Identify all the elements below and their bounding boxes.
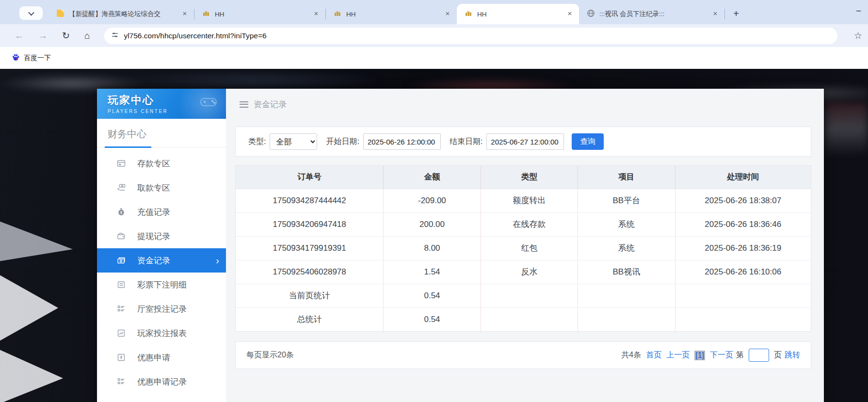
page-header: 资金记录 <box>226 89 824 120</box>
sidebar-item-label: 存款专区 <box>137 158 170 169</box>
sidebar-header: 玩家中心 PLAYERS CENTER <box>97 89 226 119</box>
close-icon[interactable]: × <box>443 10 452 18</box>
cell-amount: -209.00 <box>384 189 481 212</box>
home-icon[interactable]: ⌂ <box>84 31 90 41</box>
cell-amount: 0.54 <box>384 307 481 331</box>
reload-icon[interactable]: ↻ <box>62 30 70 41</box>
cell-project: 系统 <box>578 236 675 260</box>
tab-title: :::视讯 会员下注纪录::: <box>599 10 707 18</box>
sidebar-item-promo-apply-record[interactable]: 优惠申请记录 <box>97 370 226 394</box>
tab-title: HH <box>346 11 439 18</box>
site-info-icon[interactable] <box>111 31 119 41</box>
col-header-time: 处理时间 <box>675 166 811 189</box>
sidebar-item-withdrawal-record[interactable]: 提现记录 <box>97 224 226 248</box>
forward-icon[interactable]: → <box>38 31 48 41</box>
bookmarks-bar: 百度一下 <box>0 47 868 69</box>
minimize-button[interactable]: − <box>856 6 861 16</box>
col-header-type: 类型 <box>481 166 578 189</box>
table-row: 1750925406028978 1.54 反水 BB视讯 2025-06-26… <box>236 260 811 284</box>
table-row: 1750934287444442 -209.00 额度转出 BB平台 2025-… <box>236 189 811 212</box>
chevron-right-icon: › <box>216 255 219 266</box>
toolbar: ← → ↻ ⌂ yl756.com/hhcp/usercenter.html?i… <box>0 24 868 47</box>
tab-title: HH <box>215 11 307 18</box>
cell-type: 红包 <box>481 236 578 260</box>
cell-label: 总统计 <box>236 307 384 331</box>
jump-button[interactable]: 跳转 <box>785 350 800 360</box>
background-glow <box>824 103 868 156</box>
cell-amount: 0.54 <box>384 284 481 307</box>
next-page-link[interactable]: 下一页 <box>710 350 733 360</box>
url-text: yl756.com/hhcp/usercenter.html?iniType=6 <box>124 32 266 40</box>
browser-tab-1[interactable]: 【新提醒】海燕策略论坛综合交 × <box>48 4 194 24</box>
sidebar-item-promo-apply[interactable]: 优惠申请 <box>97 345 226 370</box>
baidu-paw-icon <box>12 53 20 63</box>
sidebar-item-withdraw[interactable]: 取款专区 <box>97 176 226 200</box>
sidebar: 玩家中心 PLAYERS CENTER 财务中心 存款专区 取款专区 <box>97 89 226 402</box>
page-title: 资金记录 <box>254 99 287 110</box>
funds-table: 订单号 金额 类型 项目 处理时间 1750934287444442 -209.… <box>236 166 811 331</box>
col-header-amount: 金额 <box>384 166 481 189</box>
bookmark-star-icon[interactable]: ☆ <box>854 30 862 41</box>
browser-tab-3[interactable]: HH × <box>326 4 457 24</box>
cell-time: 2025-06-26 16:10:06 <box>675 260 811 284</box>
sidebar-item-label: 资金记录 <box>137 255 170 266</box>
sidebar-item-label: 优惠申请 <box>137 352 170 363</box>
sidebar-item-lottery-bet-detail[interactable]: 彩票下注明细 <box>97 273 226 297</box>
tab-divider <box>724 9 725 19</box>
cell-type: 反水 <box>481 260 578 284</box>
sidebar-item-hall-bet-record[interactable]: 厅室投注记录 <box>97 297 226 321</box>
note-favicon-icon <box>56 9 64 19</box>
sidebar-section-title: 财务中心 <box>97 119 226 141</box>
sidebar-item-label: 提现记录 <box>137 231 170 242</box>
new-tab-button[interactable]: + <box>729 6 743 21</box>
pagination-bar: 每页显示20条 共4条 首页 上一页 [1] 下一页 第 页 跳转 <box>235 341 811 369</box>
address-bar[interactable]: yl756.com/hhcp/usercenter.html?iniType=6 <box>104 28 837 44</box>
user-center-panel: 玩家中心 PLAYERS CENTER 财务中心 存款专区 取款专区 <box>97 89 824 402</box>
start-date-input[interactable] <box>363 133 441 150</box>
table-row-grand-total: 总统计 0.54 <box>236 307 811 331</box>
gold-bars-favicon-icon <box>334 9 342 19</box>
sidebar-item-label: 优惠申请记录 <box>137 376 187 387</box>
search-button[interactable]: 查询 <box>572 133 604 150</box>
cell-order-no: 1750925406028978 <box>236 260 384 284</box>
first-page-link[interactable]: 首页 <box>646 350 661 360</box>
browser-tab-2[interactable]: HH × <box>194 4 325 24</box>
funds-table-container: 订单号 金额 类型 项目 处理时间 1750934287444442 -209.… <box>235 165 811 332</box>
sidebar-item-deposit[interactable]: 存款专区 <box>97 151 226 176</box>
page-size-text: 每页显示20条 <box>246 350 294 360</box>
close-icon[interactable]: × <box>180 10 189 18</box>
sidebar-item-label: 充值记录 <box>137 207 170 218</box>
table-row-page-subtotal: 当前页统计 0.54 <box>236 284 811 307</box>
sidebar-item-recharge-record[interactable]: 充值记录 <box>97 200 226 224</box>
end-date-input[interactable] <box>486 133 564 150</box>
tab-search-button[interactable] <box>19 6 43 20</box>
close-icon[interactable]: × <box>711 10 720 18</box>
sidebar-subtitle: PLAYERS CENTER <box>108 109 226 114</box>
cell-order-no: 1750934179919391 <box>236 236 384 260</box>
jump-page-input[interactable] <box>749 349 769 362</box>
jump-prefix-label: 第 <box>736 350 744 360</box>
menu-icon[interactable] <box>240 101 248 108</box>
browser-tab-5[interactable]: :::视讯 会员下注纪录::: × <box>579 4 724 24</box>
cell-project: BB视讯 <box>578 260 675 284</box>
background-wedge <box>0 264 58 352</box>
sidebar-section-rule <box>97 147 226 147</box>
table-row: 1750934206947418 200.00 在线存款 系统 2025-06-… <box>236 212 811 236</box>
col-header-project: 项目 <box>578 166 675 189</box>
close-icon[interactable]: × <box>312 10 321 18</box>
sidebar-menu: 存款专区 取款专区 充值记录 提现记录 资金记录 › <box>97 147 226 394</box>
type-select[interactable]: 全部 <box>270 133 317 150</box>
col-header-order-no: 订单号 <box>236 166 384 189</box>
cell-time: 2025-06-26 18:38:07 <box>675 189 811 212</box>
browser-tab-4-active[interactable]: HH × <box>457 4 579 24</box>
cell-time: 2025-06-26 18:36:46 <box>675 212 811 236</box>
chevron-down-icon <box>28 9 34 16</box>
prev-page-link[interactable]: 上一页 <box>666 350 690 360</box>
sidebar-item-funds-record[interactable]: 资金记录 › <box>97 248 226 273</box>
bookmark-baidu[interactable]: 百度一下 <box>8 51 55 65</box>
filter-bar: 类型: 全部 开始日期: 结束日期: 查询 <box>235 127 811 157</box>
sidebar-item-player-bet-report[interactable]: 玩家投注报表 <box>97 321 226 345</box>
close-icon[interactable]: × <box>565 10 574 18</box>
back-icon[interactable]: ← <box>15 31 24 41</box>
tab-title: HH <box>477 11 561 18</box>
